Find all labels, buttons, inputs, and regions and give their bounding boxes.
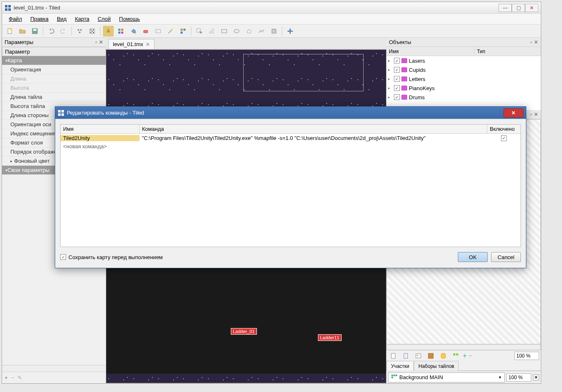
prop-length[interactable]: Длина [2,74,106,83]
new-command-row[interactable]: <новая команда> [61,142,520,150]
prop-height[interactable]: Высота [2,83,106,93]
col-name-header[interactable]: Имя [61,125,139,133]
menu-edit[interactable]: Правка [27,15,52,23]
obj-select-icon[interactable] [194,26,205,37]
panel-close-icon[interactable]: ✕ [99,39,103,45]
ts-image-icon[interactable] [413,350,424,361]
folder-icon [401,86,407,91]
random-icon[interactable] [87,26,98,37]
svg-point-21 [135,32,136,33]
select-rect-icon[interactable] [153,26,164,37]
object-row[interactable]: ▸✓PianoKeys [386,83,541,93]
tileset-zoom[interactable]: 100 % [514,352,539,360]
command-name[interactable]: Tiled2Unity [61,135,139,141]
ts-doc-icon[interactable] [401,350,411,361]
object-row[interactable]: ▸✓Letters [386,74,541,83]
ok-button[interactable]: OK [458,252,488,262]
disclosure-icon[interactable]: ▸ [388,68,392,72]
maximize-button[interactable]: ▢ [512,4,525,12]
tileset-scrollbar[interactable] [386,344,541,350]
undo-icon[interactable] [46,26,56,37]
dock-icon[interactable]: ▫ [95,39,97,45]
prop-group-map[interactable]: Карта [2,56,106,65]
object-row[interactable]: ▸✓Lasers [386,56,541,65]
redo-icon[interactable] [58,26,69,37]
tileset-select[interactable]: Background MAIN ▼ [388,372,505,382]
object-visibility-checkbox[interactable]: ✓ [394,94,400,100]
document-tab[interactable]: level_01.tmx ✕ [108,39,154,49]
save-before-checkbox[interactable]: ✓ Сохранить карту перед выполнением [60,254,163,260]
wand-tool-icon[interactable] [165,26,176,37]
minimize-button[interactable]: — [498,4,512,12]
add-prop-icon[interactable]: + [5,375,8,381]
dock-icon[interactable]: ▫ [530,39,532,45]
polyline-tool-icon[interactable] [256,26,267,37]
edit-prop-icon[interactable]: ✎ [17,375,22,381]
rect-tool-icon[interactable] [219,26,230,37]
svg-point-8 [78,29,79,31]
scrollbar-h[interactable] [2,365,106,372]
col-command-header[interactable]: Команда [139,125,487,133]
tab-tilesets[interactable]: Наборы тайлов [414,361,459,371]
zoom-dropdown-icon[interactable]: ▼ [533,374,539,381]
move-icon[interactable] [285,26,296,37]
tab-patches[interactable]: Участки [386,361,414,371]
ts-export-icon[interactable] [425,350,436,361]
command-icon[interactable] [74,26,85,37]
svg-rect-18 [121,29,123,31]
svg-point-16 [93,32,94,32]
object-label-ladder11[interactable]: Ladder11 [318,334,342,341]
polygon-tool-icon[interactable] [244,26,254,37]
ts-db-icon[interactable] [438,350,449,361]
bucket-tool-icon[interactable] [128,26,139,37]
cancel-button[interactable]: Cancel [491,252,521,262]
terrain-tool-icon[interactable] [115,26,126,37]
object-visibility-checkbox[interactable]: ✓ [394,58,400,64]
svg-point-15 [90,32,91,32]
disclosure-icon[interactable]: ▸ [388,86,392,90]
disclosure-icon[interactable]: ▸ [388,59,392,63]
object-visibility-checkbox[interactable]: ✓ [394,76,400,82]
tile-obj-icon[interactable] [269,26,279,37]
col-enabled-header[interactable]: Включено [487,125,520,133]
ts-new-icon[interactable] [388,350,399,361]
object-row[interactable]: ▸✓Drums [386,93,541,102]
stamp-tool-icon[interactable] [103,26,114,37]
dialog-close-button[interactable]: ✕ [503,108,523,118]
objects-col-name: Имя [386,47,474,56]
menu-view[interactable]: Вид [54,15,70,23]
prop-orientation[interactable]: Ориентация [2,65,106,74]
panel-close-icon[interactable]: ✕ [534,39,538,45]
new-icon[interactable] [5,26,15,37]
close-button[interactable]: ✕ [525,4,538,12]
menu-layer[interactable]: Слой [94,15,114,23]
menu-map[interactable]: Карта [71,15,93,23]
main-zoom[interactable]: 100 % [506,373,531,382]
disclosure-icon[interactable]: ▸ [388,95,392,99]
edit-commands-dialog: Редактировать команды - Tiled ✕ Имя Кома… [55,106,526,268]
svg-rect-17 [118,29,120,31]
eraser-tool-icon[interactable] [140,26,151,37]
command-text[interactable]: "C:\Program Files\Tiled2Unity\Tiled2Unit… [139,135,487,141]
ts-add-icon[interactable]: + [463,352,467,360]
object-label-ladder01[interactable]: Ladder_01 [231,328,257,335]
open-icon[interactable] [17,26,28,37]
prop-tile-length[interactable]: Длина тайла [2,93,106,102]
menu-help[interactable]: Помощь [116,15,143,23]
obj-edit-icon[interactable] [206,26,217,37]
ts-remove-icon[interactable]: − [468,352,472,360]
object-visibility-checkbox[interactable]: ✓ [394,67,400,73]
ts-grid-icon[interactable] [450,350,461,361]
object-visibility-checkbox[interactable]: ✓ [394,85,400,91]
command-enabled-checkbox[interactable]: ✓ [501,135,507,141]
object-row[interactable]: ▸✓Cupids [386,65,541,74]
folder-icon [401,76,407,81]
menu-file[interactable]: Файл [5,15,25,23]
tab-close-icon[interactable]: ✕ [146,42,150,47]
remove-prop-icon[interactable]: − [11,375,15,381]
save-icon[interactable] [29,26,40,37]
select-same-icon[interactable] [178,26,188,37]
ellipse-tool-icon[interactable] [231,26,242,37]
command-row[interactable]: Tiled2Unity "C:\Program Files\Tiled2Unit… [61,134,520,142]
disclosure-icon[interactable]: ▸ [388,77,392,81]
